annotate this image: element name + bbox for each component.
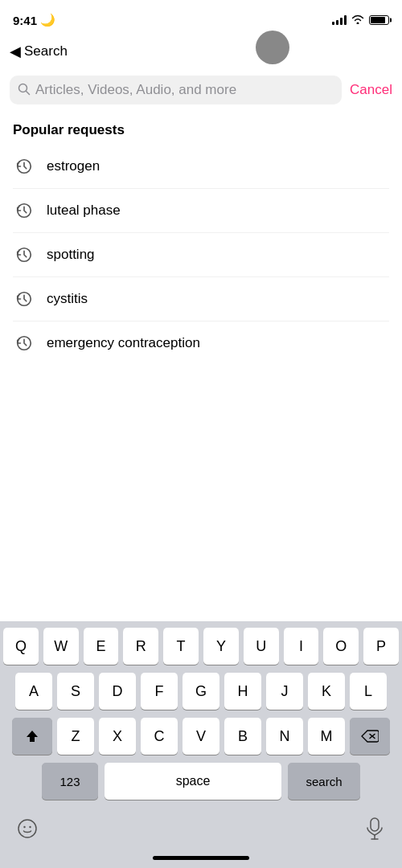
keyboard-row-4: 123 space search xyxy=(3,763,399,800)
suggestion-label: estrogen xyxy=(47,158,100,174)
space-key[interactable]: space xyxy=(105,763,281,800)
key-v[interactable]: V xyxy=(183,718,219,755)
search-icon xyxy=(18,83,31,98)
suggestion-label: spotting xyxy=(47,247,95,263)
suggestion-label: emergency contraception xyxy=(47,335,200,351)
gray-dot-overlay xyxy=(256,31,289,64)
suggestion-list: estrogen luteal phase xyxy=(13,145,389,365)
moon-icon: 🌙 xyxy=(40,13,55,27)
section-title: Popular requests xyxy=(13,122,389,138)
battery-icon xyxy=(369,15,389,25)
key-s[interactable]: S xyxy=(57,673,94,710)
key-r[interactable]: R xyxy=(123,628,158,665)
list-item[interactable]: spotting xyxy=(13,233,389,277)
history-icon xyxy=(13,288,35,310)
suggestion-label: luteal phase xyxy=(47,203,121,219)
search-key[interactable]: search xyxy=(288,763,360,800)
key-h[interactable]: H xyxy=(224,673,261,710)
search-input[interactable] xyxy=(35,82,334,98)
key-n[interactable]: N xyxy=(266,718,303,755)
key-e[interactable]: E xyxy=(84,628,119,665)
key-z[interactable]: Z xyxy=(57,718,94,755)
backspace-key[interactable] xyxy=(350,718,390,755)
svg-point-12 xyxy=(29,826,31,828)
content-area: Popular requests estrogen xyxy=(0,109,402,365)
key-f[interactable]: F xyxy=(141,673,178,710)
suggestion-label: cystitis xyxy=(47,291,88,307)
search-input-wrap[interactable] xyxy=(10,76,342,104)
key-d[interactable]: D xyxy=(99,673,136,710)
key-b[interactable]: B xyxy=(224,718,261,755)
svg-line-1 xyxy=(27,91,30,94)
status-icons xyxy=(332,14,389,27)
svg-rect-13 xyxy=(371,818,379,831)
list-item[interactable]: emergency contraception xyxy=(13,321,389,365)
keyboard-bottom-row xyxy=(3,808,399,853)
back-button[interactable]: ◀ Search xyxy=(10,43,68,60)
shift-key[interactable] xyxy=(12,718,52,755)
key-c[interactable]: C xyxy=(141,718,178,755)
home-bar xyxy=(153,856,249,860)
keyboard-row-2: A S D F G H J K L xyxy=(3,673,399,710)
history-icon xyxy=(13,199,35,222)
key-j[interactable]: J xyxy=(266,673,303,710)
key-l[interactable]: L xyxy=(350,673,387,710)
svg-point-11 xyxy=(23,826,25,828)
time-display: 9:41 xyxy=(13,14,37,27)
key-p[interactable]: P xyxy=(363,628,399,665)
key-k[interactable]: K xyxy=(308,673,345,710)
key-x[interactable]: X xyxy=(99,718,136,755)
keyboard: Q W E R T Y U I O P A S D F G H J K L Z … xyxy=(0,621,402,868)
key-u[interactable]: U xyxy=(244,628,279,665)
key-t[interactable]: T xyxy=(163,628,199,665)
keyboard-row-1: Q W E R T Y U I O P xyxy=(3,628,399,665)
list-item[interactable]: cystitis xyxy=(13,277,389,321)
key-m[interactable]: M xyxy=(308,718,345,755)
status-time: 9:41 🌙 xyxy=(13,13,55,27)
history-icon xyxy=(13,332,35,354)
search-bar-container: Cancel xyxy=(0,71,402,109)
list-item[interactable]: estrogen xyxy=(13,145,389,189)
svg-point-10 xyxy=(18,820,36,837)
key-g[interactable]: G xyxy=(183,673,219,710)
key-i[interactable]: I xyxy=(284,628,319,665)
home-indicator xyxy=(3,853,399,865)
key-y[interactable]: Y xyxy=(203,628,239,665)
svg-marker-7 xyxy=(27,731,38,742)
microphone-key[interactable] xyxy=(357,811,392,846)
wifi-icon xyxy=(351,14,364,27)
status-bar: 9:41 🌙 xyxy=(0,0,402,35)
signal-icon xyxy=(332,15,347,25)
key-q[interactable]: Q xyxy=(3,628,39,665)
history-icon xyxy=(13,244,35,266)
key-o[interactable]: O xyxy=(323,628,359,665)
back-label: Search xyxy=(24,43,68,59)
back-chevron-icon: ◀ xyxy=(10,43,21,60)
emoji-key[interactable] xyxy=(10,811,45,846)
key-a[interactable]: A xyxy=(15,673,52,710)
keyboard-row-3: Z X C V B N M xyxy=(3,718,399,755)
nav-bar: ◀ Search xyxy=(0,35,402,71)
cancel-button[interactable]: Cancel xyxy=(350,82,392,98)
key-w[interactable]: W xyxy=(43,628,79,665)
numbers-key[interactable]: 123 xyxy=(42,763,98,800)
list-item[interactable]: luteal phase xyxy=(13,189,389,233)
history-icon xyxy=(13,155,35,178)
